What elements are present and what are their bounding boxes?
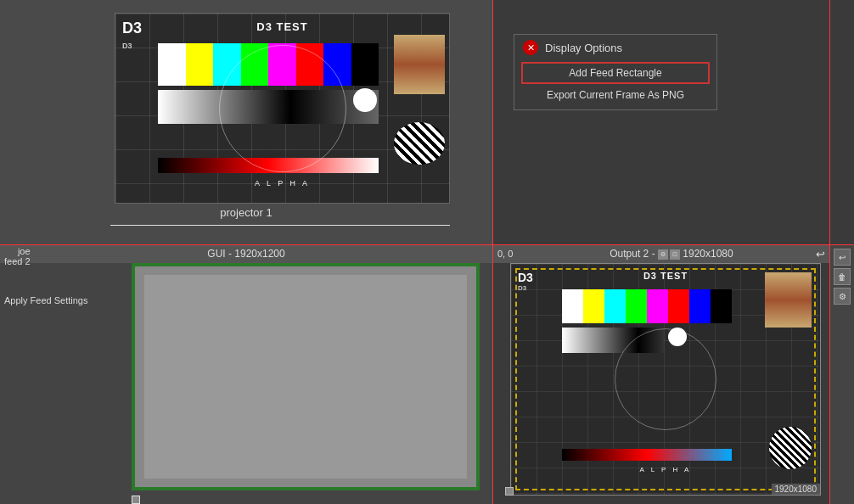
popup-title: Display Options [545, 42, 622, 54]
settings-button[interactable]: ⚙ [834, 288, 851, 305]
right-toolbar: ↩ 🗑 ⚙ [830, 244, 854, 504]
projector-section: D3 D3 D3 TEST A L P H A [0, 0, 492, 244]
color-bar-black [351, 43, 379, 86]
output-test-title: D3 TEST [643, 271, 688, 281]
output-color-bars [562, 289, 732, 323]
color-bar-white [158, 43, 186, 86]
output-section: 0, 0 Output 2 - ⚙ ⊡ 1920x1080 ↩ D3 D3 D3… [493, 244, 829, 504]
output-d3-sub: D3 [518, 284, 533, 292]
red-guide-line-vertical-left [492, 0, 493, 504]
d3-sub: D3 [122, 42, 132, 50]
output-cb-white [562, 289, 583, 323]
projector-label: projector 1 [220, 206, 272, 219]
popup-header: ✕ Display Options [514, 35, 716, 60]
output-cb-yellow [583, 289, 604, 323]
color-bar-yellow [186, 43, 214, 86]
output-icon-2[interactable]: ⊡ [670, 249, 680, 260]
display-options-popup: ✕ Display Options Add Feed Rectangle Exp… [514, 34, 717, 110]
output-cb-red [668, 289, 689, 323]
output-coords: 0, 0 [493, 249, 527, 259]
output-bottom-label: 1920x1080 [772, 484, 821, 495]
output-cb-black [711, 289, 732, 323]
gui-section: joe feed 2 Apply Feed Settings GUI - 192… [0, 244, 492, 504]
resize-handle-bottom-left[interactable] [132, 496, 140, 504]
output-cb-cyan [604, 289, 626, 323]
output-test-card: D3 D3 D3 TEST A L P H A [510, 263, 821, 496]
d3-main: D3 [122, 20, 142, 36]
gui-header: GUI - 1920x1200 [0, 244, 492, 263]
red-guide-line-horizontal [0, 244, 854, 245]
output-d3-main: D3 [518, 271, 533, 284]
output-undo-icon[interactable]: ↩ [816, 248, 829, 260]
output-resolution-inline: 1920x1080 [683, 248, 733, 260]
projector-underline [110, 225, 450, 226]
gui-header-label: GUI - 1920x1200 [207, 248, 284, 260]
feed-name-label: feed 2 [4, 256, 31, 266]
close-button[interactable]: ✕ [523, 40, 538, 55]
output-alpha: A L P H A [640, 466, 692, 473]
output-test-inner: D3 D3 D3 TEST A L P H A [511, 264, 820, 495]
d3-label-top: D3 D3 [122, 20, 142, 51]
output-thumb-right [765, 272, 812, 328]
close-icon: ✕ [527, 42, 535, 53]
test-card-top: D3 D3 D3 TEST A L P H A [115, 13, 450, 204]
output-cb-magenta [647, 289, 668, 323]
feed-info-container: joe feed 2 [4, 246, 31, 266]
apply-feed-settings-button[interactable]: Apply Feed Settings [4, 295, 87, 305]
resize-handle-output[interactable] [505, 487, 514, 496]
red-guide-line-vertical-right [829, 0, 830, 504]
gui-canvas [132, 263, 480, 490]
output-d3-label: D3 D3 [518, 271, 533, 292]
output-icon-1[interactable]: ⚙ [658, 249, 668, 260]
thumbnail-top-right [394, 35, 445, 94]
add-feed-rectangle-button[interactable]: Add Feed Rectangle [521, 62, 710, 84]
zebra-thumb-top [394, 122, 445, 165]
output-zebra [769, 427, 812, 469]
output-circle [615, 328, 716, 430]
white-circle-top [353, 88, 377, 112]
output-title-label: Output 2 - ⚙ ⊡ 1920x1080 [527, 248, 816, 260]
circle-overlay-top [219, 45, 346, 172]
output-header: 0, 0 Output 2 - ⚙ ⊡ 1920x1080 ↩ [493, 244, 829, 263]
gui-inner [144, 275, 467, 479]
delete-button[interactable]: 🗑 [834, 268, 851, 285]
output-header-text: Output 2 - [610, 248, 655, 260]
alpha-text-top: A L P H A [255, 179, 310, 188]
output-gradient [562, 449, 732, 461]
output-cb-green [626, 289, 647, 323]
test-card-title-top: D3 TEST [256, 20, 307, 33]
user-label: joe [4, 246, 31, 256]
undo-button[interactable]: ↩ [834, 249, 851, 266]
output-header-icons: ⚙ ⊡ [658, 249, 680, 260]
output-cb-blue [689, 289, 711, 323]
export-frame-button[interactable]: Export Current Frame As PNG [521, 86, 710, 104]
